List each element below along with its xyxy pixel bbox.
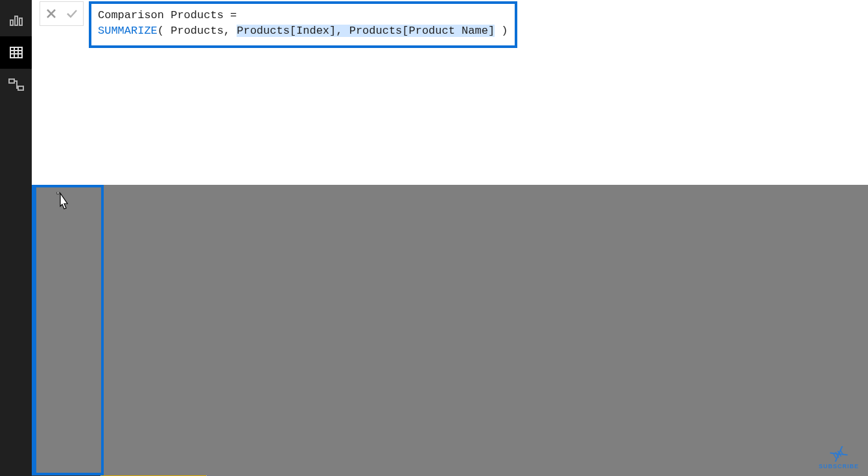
formula-bar-area: Comparison Products = SUMMARIZE( Product…	[32, 0, 868, 185]
formula-bar-buttons	[40, 1, 84, 26]
formula-keyword: SUMMARIZE	[98, 25, 158, 37]
main-content: Comparison Products = SUMMARIZE( Product…	[32, 0, 868, 476]
subscribe-badge[interactable]: SUBSCRIBE	[819, 446, 859, 470]
svg-rect-12	[57, 192, 59, 194]
svg-rect-9	[18, 86, 23, 90]
formula-line1: Comparison Products =	[98, 9, 237, 21]
subscribe-label: SUBSCRIBE	[819, 463, 859, 470]
nav-data-view[interactable]	[0, 36, 32, 69]
highlight-separator	[32, 185, 36, 475]
commit-button[interactable]	[65, 6, 79, 21]
pointer-cursor-icon	[55, 192, 72, 214]
svg-rect-2	[19, 18, 22, 25]
svg-line-13	[834, 454, 836, 458]
formula-tail: )	[495, 25, 508, 37]
nav-model-view[interactable]	[0, 69, 32, 101]
formula-selection: Products[Index], Products[Product Name]	[237, 25, 495, 37]
highlight-index-column	[32, 185, 104, 475]
formula-after-kw: ( Products,	[158, 25, 237, 37]
dna-icon	[828, 446, 850, 462]
close-icon	[45, 8, 57, 19]
data-grid-area: Index Comparison Product 1Product 12Prod…	[32, 185, 868, 476]
cancel-button[interactable]	[44, 6, 58, 21]
check-icon	[65, 8, 78, 19]
svg-rect-0	[10, 20, 13, 25]
svg-rect-3	[10, 47, 22, 58]
nav-rail	[0, 0, 32, 476]
formula-editor[interactable]: Comparison Products = SUMMARIZE( Product…	[89, 1, 517, 48]
svg-rect-1	[15, 16, 18, 25]
nav-report-view[interactable]	[0, 4, 32, 36]
svg-rect-8	[9, 79, 14, 83]
